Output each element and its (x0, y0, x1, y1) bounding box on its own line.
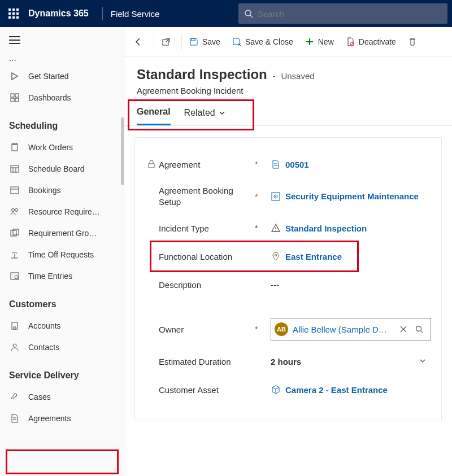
svg-point-52 (275, 230, 276, 231)
module-name[interactable]: Field Service (111, 9, 160, 19)
chevron-down-icon (219, 110, 225, 116)
nav-item-agreements[interactable]: Agreements (0, 408, 124, 429)
avatar: AB (275, 322, 288, 336)
open-new-window-button[interactable] (155, 30, 180, 53)
nav-item-time-entries[interactable]: Time Entries (0, 265, 124, 287)
nav-collapse-button[interactable] (0, 32, 124, 53)
nav-item-get-started[interactable]: Get Started (0, 65, 124, 87)
calendar-grid-icon (9, 163, 20, 174)
svg-rect-15 (11, 94, 14, 97)
save-icon (189, 37, 199, 47)
lookup-text: 00501 (285, 160, 309, 169)
field-value[interactable]: 00501 (271, 159, 431, 169)
brand-name[interactable]: Dynamics 365 (28, 8, 89, 19)
nav-item-work-orders[interactable]: Work Orders (0, 137, 124, 158)
tab-general[interactable]: General (137, 107, 171, 125)
field-owner[interactable]: Owner * AB Allie Bellew (Sample D… (137, 311, 436, 347)
lookup-text: East Entrance (285, 252, 342, 261)
nav-heading-service-delivery: Service Delivery (0, 358, 124, 386)
field-agreement[interactable]: Agreement * 00501 (137, 150, 436, 178)
field-value[interactable]: 2 hours (271, 357, 419, 366)
field-value[interactable]: Security Equipment Maintenance (271, 191, 431, 202)
global-search[interactable] (238, 3, 447, 24)
lock-icon (146, 160, 157, 168)
people-icon (9, 206, 20, 217)
new-button[interactable]: New (299, 30, 340, 53)
tab-related[interactable]: Related (184, 107, 225, 125)
svg-line-44 (351, 43, 353, 45)
svg-point-56 (416, 326, 421, 331)
dash: - (273, 72, 276, 81)
search-input[interactable] (258, 9, 442, 19)
left-nav: ⋯ Get Started Dashboards Scheduling Work… (0, 27, 124, 476)
form-tabs: General Related (124, 99, 452, 126)
svg-point-33 (15, 276, 18, 279)
deactivate-icon (345, 37, 355, 47)
plus-icon (305, 37, 315, 47)
svg-rect-21 (11, 165, 19, 172)
field-label: Incident Type (159, 224, 255, 233)
nav-item-bookings[interactable]: Bookings (0, 180, 124, 201)
dropdown-chevron-icon[interactable] (419, 357, 431, 366)
form-section-general: Agreement * 00501 Agreement Booking Setu… (134, 137, 442, 421)
field-value[interactable]: Standard Inspection (271, 223, 431, 233)
clear-lookup-button[interactable] (395, 326, 411, 333)
svg-rect-35 (14, 327, 16, 329)
record-title: Standard Inspection (137, 67, 267, 85)
record-header: Standard Inspection - Unsaved Agreement … (124, 56, 452, 99)
field-estimated-duration[interactable]: Estimated Duration 2 hours (137, 347, 436, 375)
owner-name[interactable]: Allie Bellew (Sample D… (293, 325, 395, 334)
nav-label: Resource Require… (28, 207, 100, 216)
nav-label: Schedule Board (28, 164, 85, 173)
field-label: Description (159, 280, 255, 290)
nav-item-dashboards[interactable]: Dashboards (0, 87, 124, 108)
nav-item-contacts[interactable]: Contacts (0, 337, 124, 358)
nav-item-requirement-groups[interactable]: Requirement Gro… (0, 222, 124, 244)
svg-rect-40 (192, 38, 195, 41)
svg-line-10 (250, 15, 253, 18)
save-close-button[interactable]: Save & Close (226, 30, 299, 53)
field-label: Estimated Duration (159, 357, 255, 366)
svg-rect-25 (11, 187, 19, 194)
cmd-label: New (318, 37, 334, 46)
app-launcher-icon[interactable] (5, 5, 23, 23)
nav-item-resource-requirements[interactable]: Resource Require… (0, 201, 124, 222)
svg-rect-17 (11, 98, 14, 102)
nav-item-accounts[interactable]: Accounts (0, 315, 124, 337)
svg-marker-14 (12, 73, 18, 80)
person-icon (9, 342, 20, 353)
record-status: Unsaved (281, 71, 314, 81)
lookup-text: Security Equipment Maintenance (285, 191, 419, 201)
svg-rect-0 (8, 8, 11, 11)
nav-label: Accounts (28, 321, 61, 330)
play-icon (9, 71, 20, 82)
nav-item-schedule-board[interactable]: Schedule Board (0, 158, 124, 180)
owner-lookup[interactable]: AB Allie Bellew (Sample D… (271, 318, 431, 340)
nav-heading-scheduling: Scheduling (0, 108, 124, 137)
nav-item-time-off-requests[interactable]: Time Off Requests (0, 244, 124, 265)
nav-item-cases[interactable]: Cases (0, 386, 124, 408)
field-description[interactable]: Description --- (137, 270, 436, 299)
svg-rect-3 (8, 12, 11, 15)
back-button[interactable] (128, 30, 153, 53)
field-functional-location[interactable]: Functional Location East Entrance (137, 242, 436, 270)
field-label: Customer Asset (159, 385, 255, 395)
lookup-search-button[interactable] (411, 325, 427, 333)
deactivate-button[interactable]: Deactivate (340, 30, 402, 53)
delete-button[interactable] (402, 30, 427, 53)
nav-label: Bookings (28, 186, 61, 195)
nav-label: Agreements (28, 414, 71, 423)
field-incident-type[interactable]: Incident Type * Standard Inspection (137, 214, 436, 242)
required-marker: * (255, 224, 258, 233)
save-button[interactable]: Save (183, 30, 226, 53)
nav-label: Time Off Requests (28, 250, 94, 259)
cmd-label: Save & Close (245, 37, 293, 46)
field-booking-setup[interactable]: Agreement Booking Setup * Security Equip… (137, 178, 436, 214)
field-value[interactable]: Camera 2 - East Entrance (271, 385, 431, 395)
field-customer-asset[interactable]: Customer Asset Camera 2 - East Entrance (137, 375, 436, 404)
nav-label: Requirement Gro… (28, 229, 97, 238)
required-marker: * (255, 325, 258, 334)
cmdbar-divider (181, 34, 182, 50)
field-value[interactable]: East Entrance (271, 251, 431, 261)
field-value[interactable]: --- (271, 280, 431, 290)
